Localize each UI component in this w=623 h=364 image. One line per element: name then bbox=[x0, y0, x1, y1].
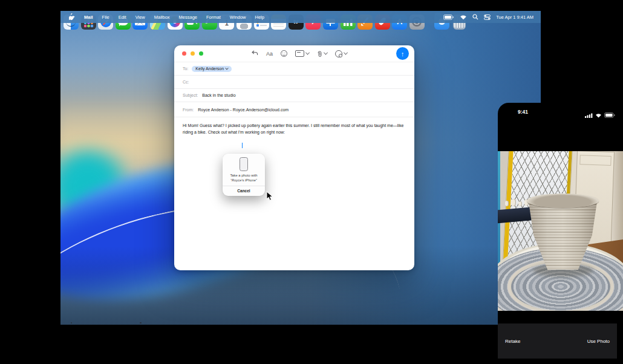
subject-value: Back in the studio bbox=[202, 93, 235, 97]
popup-message-line1: Take a photo with bbox=[230, 174, 257, 178]
photo-small-pot bbox=[505, 201, 509, 206]
phone-action-bar: Retake Use Photo bbox=[498, 323, 617, 359]
insert-photo-icon[interactable] bbox=[335, 50, 347, 57]
menubar-clock[interactable]: Tue Apr 1 9:41 AM bbox=[496, 15, 533, 20]
message-body[interactable]: Hi Mom! Guess what? I picked up pottery … bbox=[174, 117, 414, 135]
photo-small-pot bbox=[518, 201, 522, 206]
iphone-camera-screen: 9:41 Retake Use Photo bbox=[498, 103, 623, 359]
control-center-icon[interactable] bbox=[484, 15, 491, 20]
recipient-pill[interactable]: Kelly Anderson bbox=[192, 66, 232, 72]
cc-label: Cc: bbox=[183, 80, 189, 84]
to-field[interactable]: To: Kelly Anderson bbox=[174, 62, 414, 76]
close-button[interactable] bbox=[182, 51, 186, 56]
menu-bar: Mail File Edit View Mailbox Message Form… bbox=[60, 11, 541, 23]
menu-item-help[interactable]: Help bbox=[255, 15, 264, 20]
cancel-button[interactable]: Cancel bbox=[223, 186, 265, 196]
phone-status-bar: 9:41 bbox=[498, 103, 623, 121]
menu-item-edit[interactable]: Edit bbox=[119, 15, 126, 20]
photo-small-pot bbox=[511, 199, 516, 206]
iphone-icon bbox=[240, 157, 248, 171]
cc-field[interactable]: Cc: bbox=[174, 76, 414, 89]
from-field[interactable]: From: Royce Anderson - Royce.Anderson@ic… bbox=[174, 102, 414, 117]
photo-bowl-rim bbox=[527, 193, 599, 208]
recipient-chevron-icon bbox=[225, 66, 229, 70]
menu-item-mailbox[interactable]: Mailbox bbox=[154, 15, 170, 20]
mouse-pointer bbox=[266, 191, 273, 204]
phone-wifi-icon bbox=[595, 109, 602, 120]
menu-item-window[interactable]: Window bbox=[230, 15, 246, 20]
phone-cellular-icon bbox=[585, 109, 593, 120]
continuity-camera-popup: Take a photo with “Royce's iPhone” Cance… bbox=[223, 154, 265, 196]
minimize-button[interactable] bbox=[191, 51, 195, 56]
phone-status-time: 9:41 bbox=[518, 109, 528, 115]
subject-field[interactable]: Subject: Back in the studio bbox=[174, 89, 414, 102]
mail-running-indicator bbox=[140, 322, 142, 324]
mac-desktop: Mail File Edit View Mailbox Message Form… bbox=[60, 11, 541, 325]
format-icon[interactable]: Aa bbox=[266, 51, 273, 57]
undo-icon[interactable] bbox=[252, 50, 258, 57]
attach-icon[interactable] bbox=[317, 50, 327, 57]
subject-label: Subject: bbox=[183, 93, 198, 97]
popup-message-line2: “Royce's iPhone” bbox=[230, 178, 257, 183]
menu-item-view[interactable]: View bbox=[135, 15, 145, 20]
apple-menu-icon[interactable] bbox=[69, 13, 75, 21]
search-icon[interactable] bbox=[472, 14, 478, 20]
to-label: To: bbox=[183, 67, 188, 71]
menu-item-format[interactable]: Format bbox=[206, 15, 221, 20]
finder-running-indicator bbox=[71, 322, 73, 324]
menu-app-name[interactable]: Mail bbox=[84, 15, 93, 20]
from-label: From: bbox=[183, 108, 194, 112]
zoom-button[interactable] bbox=[199, 51, 203, 56]
camera-preview-photo bbox=[498, 151, 623, 311]
wifi-icon[interactable] bbox=[460, 15, 467, 20]
send-button[interactable]: ↑ bbox=[396, 47, 409, 60]
phone-battery-icon bbox=[604, 109, 615, 120]
battery-icon[interactable] bbox=[443, 15, 454, 20]
emoji-icon[interactable] bbox=[281, 50, 287, 57]
compose-titlebar: Aa ↑ bbox=[174, 45, 414, 62]
retake-button[interactable]: Retake bbox=[505, 339, 520, 344]
recipient-name: Kelly Anderson bbox=[195, 67, 224, 71]
menu-item-message[interactable]: Message bbox=[179, 15, 197, 20]
from-value: Royce Anderson - Royce.Anderson@icloud.c… bbox=[198, 108, 289, 112]
use-photo-button[interactable]: Use Photo bbox=[587, 339, 610, 344]
mail-compose-window: Aa ↑ To: Kelly Anderson Cc: Subject: bbox=[174, 45, 414, 270]
header-fields-icon[interactable] bbox=[295, 50, 309, 57]
menu-item-file[interactable]: File bbox=[102, 15, 109, 20]
text-insertion-cursor bbox=[242, 143, 243, 148]
